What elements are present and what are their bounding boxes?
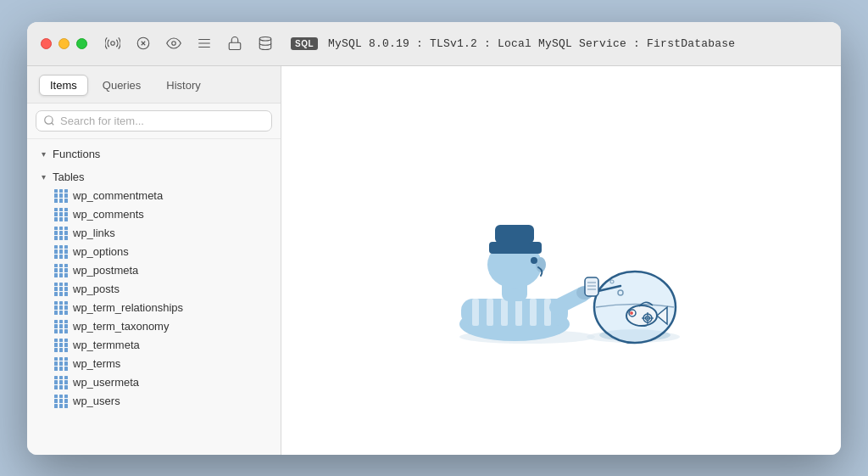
content-area (281, 66, 841, 455)
visibility-icon[interactable] (165, 35, 182, 52)
svg-rect-17 (487, 299, 493, 326)
table-icon (54, 357, 68, 371)
table-item[interactable]: wp_links (34, 224, 281, 243)
sidebar: Items Queries History (27, 66, 281, 455)
main-content: Items Queries History (27, 66, 841, 455)
tables-list: wp_commentmetawp_commentswp_linkswp_opti… (27, 187, 281, 411)
svg-point-27 (531, 257, 537, 264)
svg-line-11 (52, 123, 54, 126)
table-name: wp_term_taxonomy (73, 320, 169, 333)
table-item[interactable]: wp_termmeta (34, 336, 281, 355)
list-icon[interactable] (196, 35, 213, 52)
empty-state-illustration (426, 167, 697, 354)
table-icon (54, 301, 68, 315)
chevron-down-icon: ▾ (37, 148, 49, 160)
table-icon (54, 264, 68, 277)
minimize-button[interactable] (58, 38, 70, 49)
svg-rect-8 (229, 42, 241, 49)
table-icon (54, 227, 68, 240)
tab-queries[interactable]: Queries (92, 75, 153, 96)
svg-point-9 (259, 37, 271, 42)
table-name: wp_users (73, 395, 120, 407)
table-item[interactable]: wp_term_relationships (34, 299, 281, 317)
tree-section-tables: ▾ Tables wp_commentmetawp_commentswp_lin… (27, 165, 281, 412)
table-item[interactable]: wp_postmeta (34, 261, 281, 280)
titlebar: SQL MySQL 8.0.19 : TLSv1.2 : Local MySQL… (27, 22, 841, 66)
sidebar-tabs: Items Queries History (27, 66, 281, 104)
table-name: wp_postmeta (73, 264, 138, 277)
functions-header[interactable]: ▾ Functions (27, 144, 281, 164)
functions-label: Functions (53, 148, 100, 160)
table-name: wp_posts (73, 283, 120, 295)
svg-point-0 (111, 42, 115, 46)
table-name: wp_comments (73, 208, 144, 221)
table-icon (54, 376, 68, 389)
table-name: wp_links (73, 227, 115, 239)
svg-rect-25 (495, 225, 534, 244)
table-item[interactable]: wp_options (34, 243, 281, 261)
svg-rect-21 (544, 299, 551, 326)
database-icon[interactable] (257, 35, 274, 52)
traffic-lights (41, 38, 87, 49)
chevron-down-icon-tables: ▾ (37, 171, 49, 182)
svg-point-4 (172, 42, 176, 46)
table-icon (54, 283, 68, 296)
lock-icon[interactable] (226, 35, 243, 52)
table-icon (54, 339, 68, 352)
table-name: wp_commentmeta (73, 189, 163, 202)
table-icon (54, 208, 68, 221)
tab-items[interactable]: Items (39, 75, 88, 96)
table-item[interactable]: wp_usermeta (34, 373, 281, 392)
table-name: wp_term_relationships (73, 301, 183, 314)
table-name: wp_options (73, 245, 129, 258)
search-icon (43, 115, 55, 126)
table-name: wp_usermeta (73, 376, 139, 389)
tab-history[interactable]: History (155, 75, 211, 96)
svg-rect-16 (472, 299, 479, 326)
svg-point-35 (630, 311, 633, 315)
app-window: SQL MySQL 8.0.19 : TLSv1.2 : Local MySQL… (27, 22, 841, 455)
tables-header[interactable]: ▾ Tables (27, 167, 281, 187)
table-icon (54, 395, 68, 408)
svg-rect-19 (515, 299, 522, 326)
search-bar (27, 104, 281, 139)
table-item[interactable]: wp_users (34, 392, 281, 411)
connection-info: MySQL 8.0.19 : TLSv1.2 : Local MySQL Ser… (328, 37, 827, 50)
close-button[interactable] (41, 38, 52, 49)
table-icon (54, 245, 68, 259)
titlebar-icons: SQL (104, 35, 318, 52)
tables-label: Tables (53, 171, 85, 183)
connection-icon[interactable] (104, 35, 121, 52)
svg-rect-43 (585, 277, 598, 296)
table-item[interactable]: wp_term_taxonomy (34, 317, 281, 336)
svg-point-10 (45, 116, 53, 124)
table-name: wp_terms (73, 357, 120, 370)
maximize-button[interactable] (76, 38, 87, 49)
table-item[interactable]: wp_terms (34, 355, 281, 373)
table-name: wp_termmeta (73, 339, 140, 351)
table-item[interactable]: wp_commentmeta (34, 187, 281, 205)
svg-rect-20 (530, 299, 537, 326)
search-wrapper (36, 110, 272, 132)
disconnect-icon[interactable] (135, 35, 152, 52)
table-item[interactable]: wp_posts (34, 280, 281, 299)
svg-rect-18 (501, 299, 508, 326)
svg-rect-24 (489, 242, 542, 254)
tree-section-functions: ▾ Functions (27, 143, 281, 165)
table-icon (54, 320, 68, 333)
table-item[interactable]: wp_comments (34, 205, 281, 224)
tree-view: ▾ Functions ▾ Tables wp_commentmetawp_co… (27, 139, 281, 455)
table-icon (54, 189, 68, 203)
sql-badge[interactable]: SQL (291, 37, 318, 50)
search-input[interactable] (60, 115, 264, 127)
